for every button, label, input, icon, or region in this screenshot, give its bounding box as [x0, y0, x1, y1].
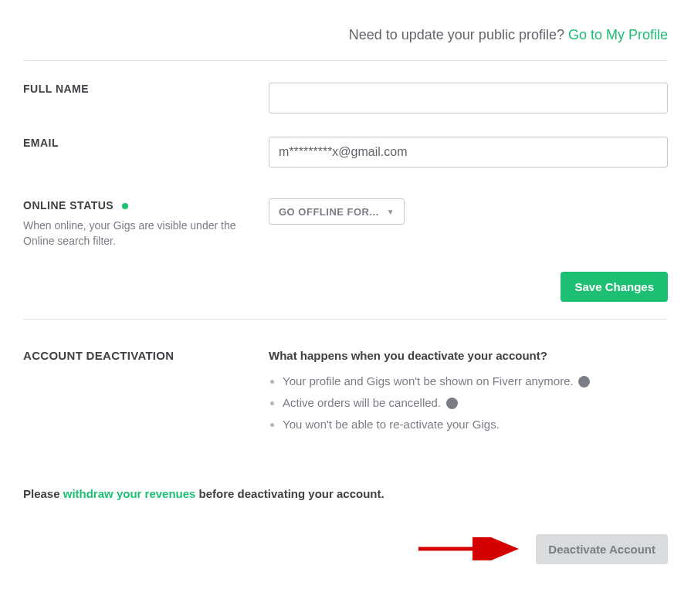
deactivation-subtitle: What happens when you deactivate your ac…: [269, 349, 668, 362]
full-name-input[interactable]: [269, 83, 668, 113]
withdraw-suffix: before deactivating your account.: [195, 487, 384, 500]
help-icon[interactable]: ?: [578, 376, 590, 388]
list-item: Your profile and Gigs won't be shown on …: [283, 374, 668, 388]
deactivation-bullets: Your profile and Gigs won't be shown on …: [269, 374, 668, 432]
bullet-text: Your profile and Gigs won't be shown on …: [283, 374, 574, 388]
header-profile-prompt: Need to update your public profile? Go t…: [23, 27, 668, 43]
online-status-description: When online, your Gigs are visible under…: [23, 218, 239, 249]
list-item: You won't be able to re-activate your Gi…: [283, 418, 668, 432]
save-changes-button[interactable]: Save Changes: [561, 272, 668, 302]
annotation-arrow-icon: [417, 537, 525, 560]
online-indicator-icon: [122, 203, 128, 209]
list-item: Active orders will be cancelled. ?: [283, 396, 668, 410]
go-offline-select[interactable]: GO OFFLINE FOR... ▼: [269, 198, 405, 225]
go-offline-select-label: GO OFFLINE FOR...: [279, 206, 379, 218]
full-name-label: FULL NAME: [23, 83, 269, 95]
header-prompt-text: Need to update your public profile?: [349, 27, 564, 42]
email-label: EMAIL: [23, 137, 269, 149]
bullet-text: You won't be able to re-activate your Gi…: [283, 418, 500, 431]
email-input[interactable]: [269, 137, 668, 168]
deactivate-account-button[interactable]: Deactivate Account: [536, 534, 668, 564]
bullet-text: Active orders will be cancelled.: [283, 396, 441, 409]
go-to-profile-link[interactable]: Go to My Profile: [568, 27, 668, 42]
withdraw-revenues-link[interactable]: withdraw your revenues: [63, 487, 196, 500]
account-deactivation-heading: ACCOUNT DEACTIVATION: [23, 349, 269, 362]
help-icon[interactable]: ?: [446, 398, 458, 409]
chevron-down-icon: ▼: [387, 208, 395, 216]
withdraw-notice: Please withdraw your revenues before dea…: [23, 486, 668, 503]
online-status-label: ONLINE STATUS: [23, 199, 113, 212]
withdraw-prefix: Please: [23, 487, 63, 500]
